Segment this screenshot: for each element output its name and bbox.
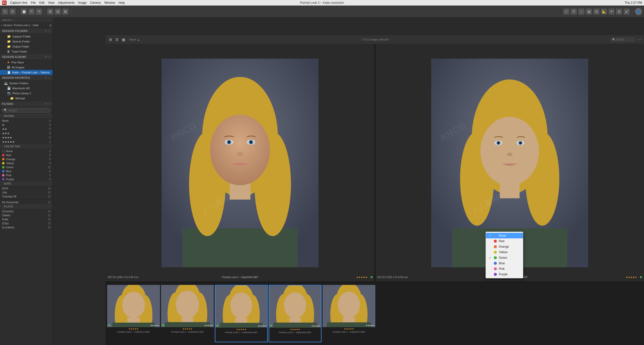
capture-folder-item[interactable]: 📁 Capture Folder (0, 34, 53, 39)
katie-selects-album[interactable]: 📋 Katie – Portrait Look – Selects (0, 70, 53, 75)
filter-search-input[interactable] (8, 109, 49, 112)
menu-help[interactable]: Help (118, 1, 125, 5)
color-blue-row[interactable]: Blue 0 (0, 169, 53, 173)
menu-file[interactable]: File (31, 1, 36, 5)
compare-btn[interactable]: ▤ (586, 9, 592, 15)
filmstrip-search-input[interactable] (616, 38, 634, 41)
dual-view-btn[interactable]: ⊠ (62, 9, 68, 15)
color-pink-row[interactable]: Pink 0 (0, 173, 53, 177)
zoom-fit-btn[interactable]: ⤢ (563, 9, 569, 15)
session-folders-header[interactable]: Session Folders + ⋯ (0, 28, 53, 34)
rotate-btn[interactable]: ↻ (571, 9, 577, 15)
forward-btn[interactable]: ↷ (36, 9, 42, 15)
rating-header[interactable]: Rating (0, 114, 53, 119)
color-red-row[interactable]: Red 0 (0, 153, 53, 157)
thumbnail-0[interactable]: ★★★★★ Portrait Look 2 – Katie0414.NEF (107, 285, 160, 342)
menu-window[interactable]: Window (104, 1, 115, 5)
place-state-row[interactable]: (State) 12 (0, 213, 53, 217)
color-tag-header[interactable]: Color Tag (0, 144, 53, 149)
system-folders-item[interactable]: 💻 System Folders (0, 81, 53, 86)
dropdown-red-item[interactable]: Red (486, 238, 523, 244)
rating-5star-row[interactable]: ★★★★★ 2 (0, 140, 53, 144)
menu-capture-one[interactable]: Capture One (10, 1, 27, 5)
color-tag-dropdown[interactable]: ✓ None Red Orange Yellow ✓ Green Blue Pi… (486, 232, 523, 278)
capture-btn[interactable]: ⬤ (21, 9, 27, 15)
no-keywords-row[interactable]: No Keywords 12 (0, 199, 53, 204)
move-tool-btn[interactable]: ✛ (10, 9, 16, 15)
rating-1star-row[interactable]: ★ 0 (0, 123, 53, 127)
color-orange-row[interactable]: Orange 0 (0, 157, 53, 161)
filters-header[interactable]: FILTERS + ⋯ (0, 101, 53, 107)
thumbnail-4[interactable]: ★★★★★ Portrait Look 2 – Katie0447.NEF (323, 285, 375, 342)
date-2014-row[interactable]: 2014 12 (0, 186, 53, 190)
thumb-1-dots (205, 325, 213, 326)
selects-folder-item[interactable]: 📁 Selects Folder (0, 39, 53, 44)
menu-edit[interactable]: Edit (39, 1, 45, 5)
session-favorites-label: Session Favorites (2, 76, 30, 79)
trash-folder-item[interactable]: 🗑 Trash Folder (0, 49, 53, 54)
filmstrip-options-btn[interactable]: ⋯ (636, 37, 642, 42)
date-section-header[interactable]: Date (0, 181, 53, 186)
session-row[interactable]: ▾ Session: Portrait Look 2 – Katie ⊕ (0, 23, 53, 28)
filter-search-box[interactable]: 🔍 (2, 108, 51, 113)
crop-btn[interactable]: ⊡ (593, 9, 599, 15)
filmstrip-scroll[interactable]: ★★★★★ Portrait Look 2 – Katie0414.NEF (106, 282, 644, 345)
place-city-row[interactable]: (City) 12 (0, 221, 53, 225)
back-btn[interactable]: ↶ (28, 9, 34, 15)
date-july-row[interactable]: July 12 (0, 190, 53, 194)
dropdown-yellow-item[interactable]: Yellow (486, 249, 523, 255)
flip-btn[interactable]: ↔ (578, 9, 584, 15)
all-images-album[interactable]: 🖼 All Images (0, 65, 53, 70)
session-folders-icons: + ⋯ (45, 29, 51, 33)
session-settings-btn[interactable]: ⊕ (49, 24, 52, 27)
sort-direction-btn[interactable]: ▲ (137, 38, 140, 41)
dropdown-none-item[interactable]: ✓ None (486, 233, 523, 238)
straighten-btn[interactable]: 📐 (601, 9, 607, 15)
user-icon[interactable]: 👤 (635, 8, 642, 15)
rating-none-row[interactable]: None 0 (0, 119, 53, 123)
michael-item[interactable]: 📁 Michael (0, 96, 53, 101)
color-purple-row[interactable]: Purple 0 (0, 177, 53, 181)
place-section-header[interactable]: Place (0, 204, 53, 209)
select-tool-btn[interactable]: ↖ (2, 9, 8, 15)
clone-btn[interactable]: ⧉ (616, 9, 622, 15)
color-none-row[interactable]: None 0 (0, 149, 53, 153)
rating-2star-row[interactable]: ★★ 0 (0, 127, 53, 131)
thumbnail-1[interactable]: ★★★★★ Portrait Look 2 – Katie0424.NEF (161, 285, 214, 342)
mask-btn[interactable]: 🖌 (624, 9, 630, 15)
place-katie-row[interactable]: Katie 12 (0, 217, 53, 221)
menu-view[interactable]: View (48, 1, 55, 5)
color-green-row[interactable]: Green 12 (0, 165, 53, 169)
menu-image[interactable]: Image (78, 1, 87, 5)
photo-library-item[interactable]: 📷 Photo Library 2 (0, 91, 53, 96)
macintosh-hd-item[interactable]: 💾 Macintosh HD (0, 86, 53, 91)
rating-3star-row[interactable]: ★★★ 0 (0, 131, 53, 136)
five-stars-album[interactable]: ★ Five Stars (0, 60, 53, 65)
menu-camera[interactable]: Camera (90, 1, 101, 5)
dropdown-green-item[interactable]: ✓ Green (486, 255, 523, 261)
session-favorites-header[interactable]: Session Favorites + ⋯ (0, 75, 53, 81)
thumbnail-3[interactable]: ★★★★★ Portrait Look 2 – Katie0443.NEF (269, 285, 321, 342)
dropdown-orange-item[interactable]: Orange (486, 244, 523, 249)
menu-adjustments[interactable]: Adjustments (58, 1, 75, 5)
color-yellow-row[interactable]: Yellow 0 (0, 161, 53, 165)
place-country-row[interactable]: (Country) 12 (0, 209, 53, 213)
session-albums-header[interactable]: Session Albums + ⋯ (0, 54, 53, 60)
healing-btn[interactable]: ✦ (609, 9, 615, 15)
rating-4star-row[interactable]: ★★★★ 0 (0, 136, 53, 140)
thumbnail-2[interactable]: ★★★★★ Portrait Look 2 – Katie0440.NEF (215, 285, 268, 342)
view-mode-list-btn[interactable]: ☰ (114, 37, 120, 42)
svg-point-15 (237, 152, 243, 156)
view-mode-grid-btn[interactable]: ⊞ (108, 37, 113, 42)
view-mode-detail-btn[interactable]: ▦ (121, 37, 126, 42)
place-location-row[interactable]: (Location) 12 (0, 225, 53, 229)
rating-1star-count: 0 (49, 123, 51, 126)
dropdown-purple-item[interactable]: Purple (486, 272, 523, 277)
filmstrip-search-box[interactable]: 🔍 (611, 38, 635, 41)
date-tuesday-row[interactable]: Tuesday 08 12 (0, 194, 53, 198)
grid-view-btn[interactable]: ⊞ (47, 9, 53, 15)
single-view-btn[interactable]: ⊟ (55, 9, 61, 15)
output-folder-item[interactable]: 📁 Output Folder (0, 44, 53, 49)
dropdown-blue-item[interactable]: Blue (486, 261, 523, 266)
dropdown-pink-item[interactable]: Pink (486, 266, 523, 272)
